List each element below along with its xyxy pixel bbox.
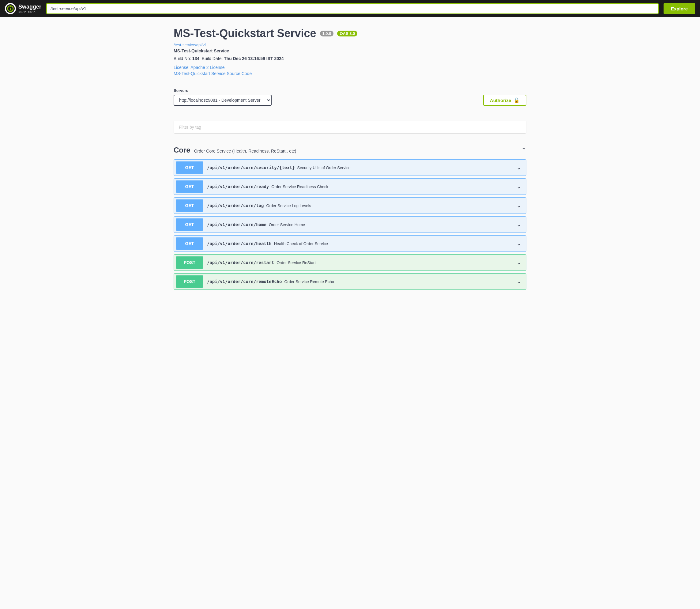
logo-icon <box>5 3 16 14</box>
service-name: MS-Test-Quickstart Service <box>174 47 526 55</box>
endpoint-path: /api/v1/order/core/security/{text} <box>207 165 295 170</box>
build-no-label: Build No: <box>174 56 191 61</box>
endpoint-row[interactable]: GET /api/v1/order/core/home Order Servic… <box>174 216 526 233</box>
servers-label: Servers <box>174 88 272 93</box>
section-header-core[interactable]: Core Order Core Service (Health, Readine… <box>174 141 526 159</box>
endpoint-row[interactable]: POST /api/v1/order/core/restart Order Se… <box>174 254 526 271</box>
build-info: Build No: 134, Build Date: Thu Dec 26 13… <box>174 55 526 63</box>
section-desc-core: Order Core Service (Health, Readiness, R… <box>194 149 297 154</box>
endpoint-row[interactable]: GET /api/v1/order/core/health Health Che… <box>174 235 526 252</box>
endpoint-summary: Security Utils of Order Service <box>297 166 512 170</box>
endpoint-chevron: ⌄ <box>512 202 526 209</box>
service-title-row: MS-Test-Quickstart Service 1.0.0 OAS 3.0 <box>174 27 526 40</box>
endpoint-row[interactable]: GET /api/v1/order/core/log Order Service… <box>174 197 526 214</box>
endpoint-chevron: ⌄ <box>512 183 526 190</box>
method-badge: GET <box>176 180 203 193</box>
endpoint-chevron: ⌄ <box>512 221 526 228</box>
svg-point-2 <box>10 6 11 7</box>
endpoint-path: /api/v1/order/core/log <box>207 203 264 208</box>
build-date: Thu Dec 26 13:16:59 IST 2024 <box>224 56 284 61</box>
endpoint-summary: Health Check of Order Service <box>274 241 512 246</box>
endpoint-row[interactable]: GET /api/v1/order/core/ready Order Servi… <box>174 178 526 195</box>
endpoint-summary: Order Service Log Levels <box>266 204 512 208</box>
main-content: MS-Test-Quickstart Service 1.0.0 OAS 3.0… <box>166 17 534 302</box>
api-url-input[interactable] <box>46 3 659 14</box>
service-info: MS-Test-Quickstart Service Build No: 134… <box>174 47 526 63</box>
endpoint-summary: Order Service Readiness Check <box>271 185 512 189</box>
endpoint-path: /api/v1/order/core/ready <box>207 184 269 189</box>
endpoints-list: GET /api/v1/order/core/security/{text} S… <box>174 159 526 290</box>
endpoint-summary: Order Service ReStart <box>276 260 512 265</box>
explore-button[interactable]: Explore <box>664 3 695 14</box>
core-section: Core Order Core Service (Health, Readine… <box>174 141 526 290</box>
logo-text: Swagger <box>18 4 41 10</box>
server-select[interactable]: http://localhost:9081 - Development Serv… <box>174 95 272 106</box>
section-name-core: Core <box>174 146 191 154</box>
oas-badge: OAS 3.0 <box>337 31 357 36</box>
endpoint-summary: Order Service Remote Echo <box>284 279 512 284</box>
section-divider <box>174 113 526 114</box>
section-chevron-core: ⌃ <box>521 146 526 154</box>
logo: Swagger SMARTBEAR <box>5 3 41 14</box>
version-badge: 1.0.0 <box>320 31 334 36</box>
filter-input[interactable] <box>174 121 526 134</box>
logo-sub: SMARTBEAR <box>18 10 41 13</box>
endpoint-row[interactable]: POST /api/v1/order/core/remoteEcho Order… <box>174 273 526 290</box>
method-badge: POST <box>176 275 203 288</box>
service-title: MS-Test-Quickstart Service <box>174 27 316 40</box>
endpoint-chevron: ⌄ <box>512 278 526 285</box>
endpoint-chevron: ⌄ <box>512 164 526 171</box>
endpoint-path: /api/v1/order/core/health <box>207 241 272 246</box>
endpoint-chevron: ⌄ <box>512 240 526 247</box>
license-link[interactable]: License: Apache 2 License <box>174 65 526 70</box>
lock-icon: 🔓 <box>514 98 520 103</box>
endpoint-row[interactable]: GET /api/v1/order/core/security/{text} S… <box>174 159 526 176</box>
source-link[interactable]: MS-Test-Quickstart Service Source Code <box>174 71 526 76</box>
endpoint-path: /api/v1/order/core/restart <box>207 260 274 265</box>
authorize-button[interactable]: Authorize 🔓 <box>483 95 526 106</box>
authorize-label: Authorize <box>490 98 511 103</box>
endpoint-chevron: ⌄ <box>512 259 526 266</box>
method-badge: GET <box>176 199 203 212</box>
service-url-link[interactable]: /test-service/api/v1 <box>174 42 207 47</box>
svg-rect-3 <box>10 8 11 11</box>
method-badge: POST <box>176 256 203 269</box>
method-badge: GET <box>176 238 203 250</box>
method-badge: GET <box>176 161 203 174</box>
endpoint-summary: Order Service Home <box>269 222 512 227</box>
endpoint-path: /api/v1/order/core/home <box>207 222 266 227</box>
method-badge: GET <box>176 219 203 231</box>
endpoint-path: /api/v1/order/core/remoteEcho <box>207 279 282 284</box>
app-header: Swagger SMARTBEAR Explore <box>0 0 700 17</box>
servers-container: Servers http://localhost:9081 - Developm… <box>174 88 272 106</box>
section-title-group: Core Order Core Service (Health, Readine… <box>174 146 296 154</box>
build-date-label: Build Date: <box>202 56 222 61</box>
build-no: 134 <box>192 56 199 61</box>
servers-section: Servers http://localhost:9081 - Developm… <box>174 88 526 106</box>
